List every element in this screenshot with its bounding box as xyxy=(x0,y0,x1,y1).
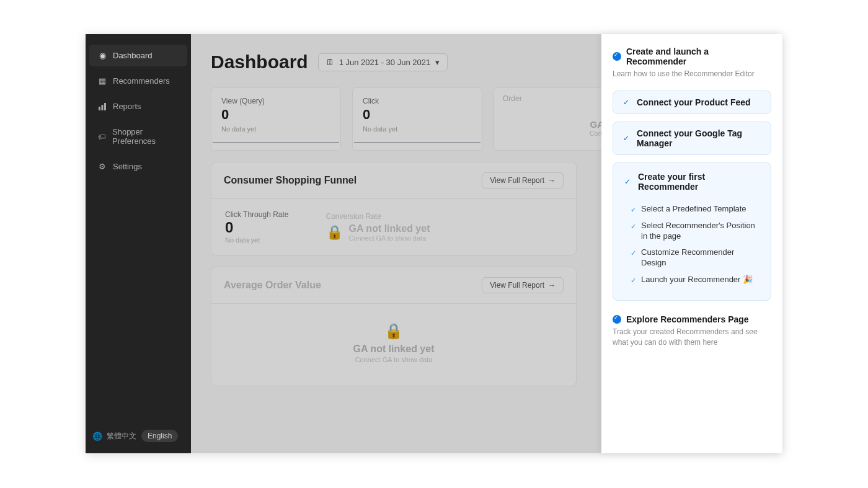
locked-sub: Connect GA to show data xyxy=(349,234,430,242)
sidebar-item-settings[interactable]: ⚙ Settings xyxy=(89,156,187,177)
tour-step-create-recommender: Create and launch a Recommender Learn ho… xyxy=(613,47,771,79)
panel-head: Average Order Value View Full Report → xyxy=(211,267,576,304)
arrow-right-icon: → xyxy=(548,281,556,290)
stat-value: 0 xyxy=(221,107,330,123)
tour-card-gtm[interactable]: ✓ Connect your Google Tag Manager xyxy=(613,122,771,155)
panel-average-order-value: Average Order Value View Full Report → 🔒… xyxy=(211,267,577,386)
interactive-tour-panel: Create and launch a Recommender Learn ho… xyxy=(601,34,782,453)
sidebar-item-shopper-preferences[interactable]: 🏷 Shopper Preferences xyxy=(89,121,187,152)
check-icon: ✓ xyxy=(631,276,636,285)
panel-consumer-funnel: Consumer Shopping Funnel View Full Repor… xyxy=(211,162,577,255)
substep-label: Select a Predefined Template xyxy=(641,204,746,215)
svg-rect-0 xyxy=(99,107,100,110)
page-title: Dashboard xyxy=(211,51,308,73)
sidebar-label: Shopper Preferences xyxy=(112,127,179,146)
substep-label: Customize Recommender Design xyxy=(641,247,761,268)
tag-icon: 🏷 xyxy=(98,132,106,141)
check-icon: ✓ xyxy=(631,205,636,214)
tour-step-desc: Learn how to use the Recommender Editor xyxy=(613,69,771,79)
lang-en[interactable]: English xyxy=(141,430,178,442)
language-bar: 🌐 繁體中文 English xyxy=(93,430,178,442)
sidebar-label: Dashboard xyxy=(113,51,153,60)
check-icon: ✓ xyxy=(631,249,636,257)
tour-card-product-feed[interactable]: ✓ Connect your Product Feed xyxy=(613,91,771,114)
sidebar-item-recommenders[interactable]: ▦ Recommenders xyxy=(89,70,187,92)
svg-rect-2 xyxy=(104,103,106,110)
tour-substep: ✓Select a Predefined Template xyxy=(631,204,761,215)
stat-sub: No data yet xyxy=(363,125,472,133)
tour-card-title: Connect your Google Tag Manager xyxy=(637,128,762,148)
locked-title: GA not linked yet xyxy=(349,223,430,234)
panel-title: Average Order Value xyxy=(224,280,321,291)
substep-label: Select Recommender's Position in the pag… xyxy=(641,221,761,242)
locked-sub: Connect GA to show data xyxy=(355,356,433,363)
metric-conversion-locked: Conversion Rate 🔒 GA not linked yet Conn… xyxy=(326,210,430,244)
check-icon: ✓ xyxy=(631,222,636,231)
chart-icon xyxy=(98,102,107,111)
grid-icon: ▦ xyxy=(98,77,107,86)
stat-label: View (Query) xyxy=(221,97,330,105)
sidebar-label: Reports xyxy=(113,102,141,111)
sidebar-label: Settings xyxy=(113,162,142,171)
tour-substeps: ✓Select a Predefined Template ✓Select Re… xyxy=(623,204,761,291)
arrow-right-icon: → xyxy=(548,176,556,185)
tour-step-title: Explore Recommenders Page xyxy=(626,314,749,324)
check-icon: ✓ xyxy=(622,134,631,143)
gear-icon: ⚙ xyxy=(98,162,107,171)
tour-card-first-recommender[interactable]: ✓ Create your first Recommender ✓Select … xyxy=(613,162,771,301)
sidebar-item-dashboard[interactable]: ◉ Dashboard xyxy=(89,45,187,66)
stat-value: 0 xyxy=(363,107,472,123)
calendar-icon: 🗓 xyxy=(326,58,334,67)
sidebar-item-reports[interactable]: Reports xyxy=(89,95,187,117)
svg-rect-1 xyxy=(102,105,104,110)
metric-label: Conversion Rate xyxy=(326,212,430,221)
lang-zh[interactable]: 繁體中文 xyxy=(107,431,136,441)
panel-body: 🔒 GA not linked yet Connect GA to show d… xyxy=(211,304,576,386)
tour-step-title: Create and launch a Recommender xyxy=(626,47,771,66)
metric-value: 0 xyxy=(225,219,289,236)
tour-substep: ✓Select Recommender's Position in the pa… xyxy=(631,221,761,242)
button-label: View Full Report xyxy=(490,281,544,290)
stat-label: Click xyxy=(363,97,472,105)
tour-card-title: Connect your Product Feed xyxy=(637,97,751,107)
lock-icon: 🔒 xyxy=(326,224,343,241)
stat-label: Order xyxy=(503,94,522,103)
metric-ctr: Click Through Rate 0 No data yet xyxy=(225,210,289,244)
dashboard-icon: ◉ xyxy=(98,51,107,60)
check-icon: ✓ xyxy=(622,98,631,107)
chevron-down-icon: ▾ xyxy=(435,58,440,67)
tour-substep: ✓Customize Recommender Design xyxy=(631,247,761,268)
substep-label: Launch your Recommender 🎉 xyxy=(641,275,753,285)
tour-card-title: Create your first Recommender xyxy=(638,172,761,192)
stat-card-click: Click 0 No data yet xyxy=(352,87,482,151)
button-label: View Full Report xyxy=(490,176,544,185)
date-range-text: 1 Jun 2021 - 30 Jun 2021 xyxy=(339,58,430,67)
sidebar-label: Recommenders xyxy=(113,76,170,86)
check-icon: ✓ xyxy=(623,177,632,186)
check-circle-icon xyxy=(613,52,621,61)
stat-card-view: View (Query) 0 No data yet xyxy=(211,87,341,151)
globe-icon: 🌐 xyxy=(93,432,102,440)
view-full-report-button[interactable]: View Full Report → xyxy=(482,172,564,189)
panel-body: Click Through Rate 0 No data yet Convers… xyxy=(211,199,576,255)
tour-substep: ✓Launch your Recommender 🎉 xyxy=(631,275,761,285)
metric-sub: No data yet xyxy=(225,236,289,244)
panel-title: Consumer Shopping Funnel xyxy=(224,175,356,186)
panel-head: Consumer Shopping Funnel View Full Repor… xyxy=(211,162,576,199)
metric-label: Click Through Rate xyxy=(225,210,289,219)
sidebar: ◉ Dashboard ▦ Recommenders Reports 🏷 Sho… xyxy=(86,34,191,453)
tour-step-explore-page: Explore Recommenders Page Track your cre… xyxy=(613,314,771,348)
check-circle-icon xyxy=(613,315,621,324)
lock-icon: 🔒 xyxy=(384,322,403,340)
locked-title: GA not linked yet xyxy=(353,344,435,355)
date-range-picker[interactable]: 🗓 1 Jun 2021 - 30 Jun 2021 ▾ xyxy=(318,53,448,71)
tour-step-desc: Track your created Recommenders and see … xyxy=(613,327,771,348)
view-full-report-button[interactable]: View Full Report → xyxy=(482,277,564,293)
stat-sub: No data yet xyxy=(221,125,330,133)
